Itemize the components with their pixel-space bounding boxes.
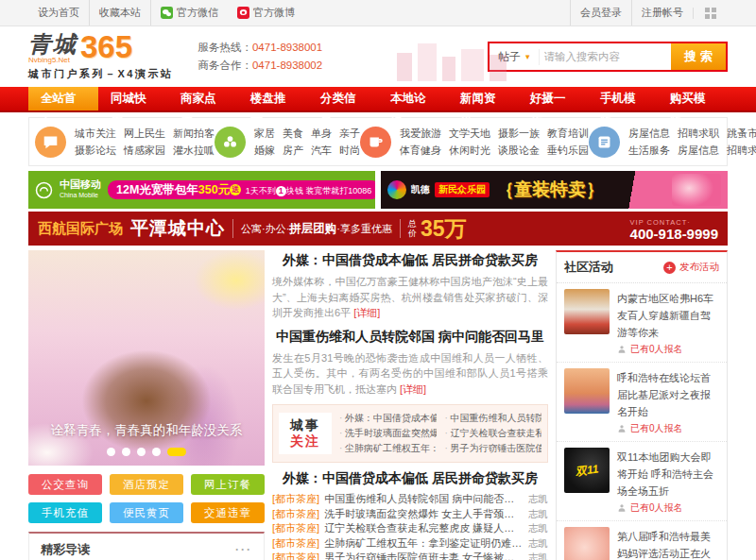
activity-thumbnail[interactable]	[564, 368, 610, 414]
quick-service-button[interactable]: 公交查询	[28, 474, 102, 495]
slider-caption[interactable]: 诠释青春，青春真的和年龄没关系	[28, 422, 265, 439]
feed-tag[interactable]: [都市茶座]	[272, 507, 319, 522]
weibo-icon	[237, 7, 249, 19]
city-focus-link[interactable]: 尘肺病矿工维权五年：拿到鉴	[339, 441, 437, 456]
subnav-link[interactable]: 生活服务	[628, 142, 670, 159]
subnav-link[interactable]: 休闲时光	[449, 142, 490, 159]
detail-link[interactable]: [详细]	[353, 307, 380, 318]
feed-title[interactable]: 辽宁关检联合查获走私完整虎皮 嫌疑人已被批	[324, 521, 524, 536]
subnav-link[interactable]: 房产	[283, 142, 303, 159]
quick-service-button[interactable]: 便民黄页	[110, 502, 183, 523]
subnav-link[interactable]: 教育培训	[547, 125, 589, 142]
subnav-link[interactable]: 情感家园	[124, 142, 165, 159]
subnav-link[interactable]: 网上民生	[124, 125, 165, 142]
nav-item[interactable]: 新闻资讯	[448, 87, 518, 110]
feed-title[interactable]: 尘肺病矿工维权五年：拿到鉴定证明仍难获赔偿	[324, 536, 524, 552]
nav-item[interactable]: 分类信息	[308, 87, 378, 110]
feed-title[interactable]: 洗手时玻璃面盆突然爆炸 女主人手背颈部受伤	[324, 507, 524, 522]
city-focus-link[interactable]: 外媒：中国借贷成本偏低 居	[339, 411, 437, 426]
subnav-link[interactable]: 灌水拉呱	[173, 142, 215, 159]
article-title[interactable]: 中国重伤维和人员转院邻国 病中问能否回马里	[272, 329, 548, 346]
nav-item[interactable]: 本地论坛	[378, 87, 448, 110]
nav-item[interactable]: 手机模版	[588, 87, 658, 110]
feed-title[interactable]: 男子为行窃锤击医院值班夫妻 女子惨被砸死	[324, 551, 524, 560]
nav-item[interactable]: 同城快店	[98, 87, 168, 110]
photo-slider[interactable]: 诠释青春，青春真的和年龄没关系	[28, 250, 265, 466]
activity-thumbnail[interactable]	[564, 289, 610, 334]
subnav-link[interactable]: 谈股论金	[498, 142, 540, 159]
subnav-link[interactable]: 垂钓乐园	[547, 142, 589, 159]
subnav-link[interactable]: 婚嫁	[254, 142, 275, 159]
subnav-link[interactable]: 时尚	[339, 142, 360, 159]
estate-banner[interactable]: 西航国际广场 平潭城中心 公寓·办公·拼层团购·享多重优惠 总价 35万 VIP…	[28, 212, 728, 246]
article-title[interactable]: 外媒：中国借贷成本偏低 居民拼命贷款买房	[272, 252, 548, 269]
search-category-select[interactable]: 帖子	[490, 49, 540, 65]
subnav-link[interactable]: 美食	[283, 125, 303, 142]
subnav-link[interactable]: 房屋信息	[678, 142, 719, 159]
set-home-link[interactable]: 设为首页	[28, 0, 90, 25]
slider-dot[interactable]	[137, 448, 146, 456]
city-focus-link[interactable]: 洗手时玻璃面盆突然爆炸 女	[339, 426, 437, 441]
subnav-link[interactable]: 摄影论坛	[75, 142, 116, 159]
feed-header[interactable]: 外媒：中国借贷成本偏低 居民拼命贷款买房	[272, 470, 548, 487]
city-focus-link[interactable]: 中国重伤维和人员转院邻国	[445, 411, 542, 426]
community-activities-box: 社区活动 发布活动 内蒙古地区哈弗H6车友百人穿越新疆自驾游等你来	[556, 250, 728, 560]
register-link[interactable]: 注册帐号	[631, 0, 693, 25]
quick-service-button[interactable]: 交通违章	[191, 502, 265, 523]
activity-title[interactable]: 双11本地团购大会即将开始 呼和浩特主会场全场五折	[617, 451, 713, 497]
subnav-link[interactable]: 城市关注	[75, 125, 116, 142]
detail-link[interactable]: [详细]	[400, 383, 426, 395]
kids-sale-banner[interactable]: 凯德 新民众乐园 ｛童装特卖｝	[381, 171, 728, 209]
subnav-link[interactable]: 新闻拍客	[173, 125, 215, 142]
quick-service-button[interactable]: 酒店预定	[110, 474, 183, 495]
activity-title[interactable]: 内蒙古地区哈弗H6车友百人穿越新疆自驾游等你来	[617, 293, 713, 338]
city-focus-link[interactable]: 辽宁关检联合查获走私完整虎	[445, 426, 542, 441]
slider-dot[interactable]	[107, 448, 115, 456]
city-focus-link[interactable]: 男子为行窃锤击医院值班夫妻	[445, 441, 542, 456]
feed-tag[interactable]: [都市茶座]	[272, 492, 319, 507]
feed-title[interactable]: 中国重伤维和人员转院邻国 病中问能否回马里	[324, 492, 524, 507]
featured-reading-more[interactable]: ···	[235, 543, 252, 556]
activity-thumbnail[interactable]	[564, 527, 610, 560]
nav-item[interactable]: 好摄一族	[518, 87, 588, 110]
quick-service-button[interactable]: 手机充值	[28, 502, 102, 523]
subnav-link[interactable]: 我爱旅游	[400, 125, 441, 142]
slider-dot[interactable]	[152, 448, 161, 456]
search-button[interactable]: 搜 索	[671, 43, 726, 70]
subnav-link[interactable]: 文学天地	[449, 125, 490, 142]
weibo-link[interactable]: 官方微博	[228, 0, 304, 25]
nav-item[interactable]: 商家点评	[168, 87, 238, 110]
wechat-link[interactable]: 官方微信	[151, 0, 228, 25]
slider-dot-active[interactable]	[167, 448, 186, 456]
feed-tag[interactable]: [都市茶座]	[272, 536, 319, 552]
subnav-link[interactable]: 招聘求职	[727, 142, 756, 159]
nav-item[interactable]: 全站首页	[28, 87, 98, 110]
subnav-link[interactable]: 招聘求职	[678, 125, 719, 142]
feed-row: [都市茶座] 中国重伤维和人员转院邻国 病中问能否回马里 志凯	[272, 492, 548, 507]
nav-item[interactable]: 楼盘推荐	[238, 87, 308, 110]
subnav-link[interactable]: 亲子	[339, 125, 360, 142]
city-focus-label: 城事 关注	[279, 413, 332, 454]
apps-grid-icon[interactable]	[693, 8, 728, 19]
activity-thumbnail[interactable]: 双11	[564, 448, 610, 493]
favorite-link[interactable]: 收藏本站	[90, 0, 151, 25]
subnav-link[interactable]: 房屋信息	[628, 125, 670, 142]
subnav-link[interactable]: 单身	[311, 125, 332, 142]
search-input[interactable]	[540, 51, 671, 62]
nav-item[interactable]: 购买模版	[658, 87, 728, 110]
quick-service-button[interactable]: 网上订餐	[191, 474, 265, 495]
activity-title[interactable]: 呼和浩特在线论坛首届比基尼派对之夜报名开始	[617, 372, 711, 417]
slider-dot[interactable]	[122, 448, 130, 456]
subnav-link[interactable]: 体育健身	[400, 142, 441, 159]
feed-tag[interactable]: [都市茶座]	[272, 551, 319, 560]
publish-activity-button[interactable]: 发布活动	[663, 261, 719, 274]
feed-tag[interactable]: [都市茶座]	[272, 521, 319, 536]
subnav-link[interactable]: 摄影一族	[498, 125, 540, 142]
subnav-link[interactable]: 汽车	[311, 142, 332, 159]
site-logo[interactable]: 青城 Nvbing5.Net 365 城市门户系列－X4演示站	[28, 33, 173, 81]
subnav-link[interactable]: 跳蚤市场	[727, 125, 756, 142]
subnav-link[interactable]: 家居	[254, 125, 275, 142]
login-link[interactable]: 会员登录	[570, 0, 631, 25]
china-mobile-banner[interactable]: 中国移动China Mobile 12M光宽带包年350元送 1天不到1块钱 装…	[28, 171, 375, 209]
activity-title[interactable]: 第八届呼和浩特最美妈妈评选活动正在火热报名中	[617, 531, 711, 560]
